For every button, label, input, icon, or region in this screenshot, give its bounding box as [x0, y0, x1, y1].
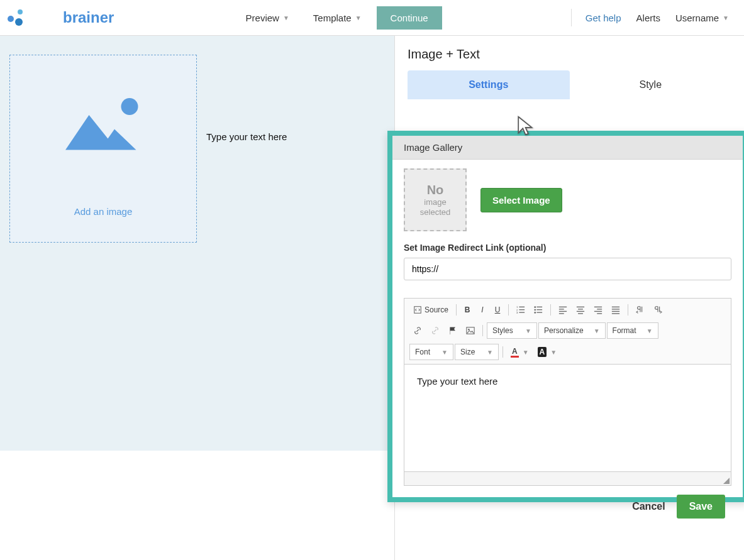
svg-rect-26: [612, 307, 619, 307]
source-button[interactable]: Source: [409, 302, 452, 317]
text-placeholder[interactable]: Type your text here: [206, 131, 287, 142]
svg-point-8: [534, 306, 536, 308]
anchor-button[interactable]: [445, 323, 461, 338]
svg-rect-19: [578, 309, 583, 309]
svg-point-12: [534, 312, 536, 314]
ordered-list-button[interactable]: 123: [513, 302, 529, 317]
username-dropdown[interactable]: Username ▼: [668, 8, 736, 28]
separator: [628, 304, 628, 316]
chevron-down-icon: ▼: [487, 349, 493, 356]
template-dropdown[interactable]: Template ▼: [304, 8, 370, 28]
divider: [571, 9, 572, 26]
svg-rect-5: [519, 309, 525, 310]
text-color-button[interactable]: A▼: [507, 344, 533, 360]
styles-dropdown[interactable]: Styles▼: [487, 322, 537, 339]
chevron-down-icon: ▼: [355, 14, 362, 21]
bg-color-icon: A: [538, 347, 547, 357]
select-image-button[interactable]: Select Image: [480, 188, 562, 212]
editor-footer: [404, 471, 731, 485]
tab-style[interactable]: Style: [570, 70, 732, 99]
unordered-list-icon: [534, 305, 543, 314]
canvas-area: Add an image Type your text here: [0, 36, 394, 451]
svg-rect-21: [578, 313, 583, 314]
flag-icon: [448, 326, 457, 335]
align-left-button[interactable]: [555, 302, 571, 317]
username-label: Username: [675, 13, 719, 23]
personalize-label: Personalize: [544, 326, 584, 335]
svg-rect-14: [559, 307, 567, 307]
logo-text-brainer: brainer: [63, 9, 114, 26]
format-label: Format: [613, 326, 636, 335]
svg-rect-27: [612, 309, 619, 309]
chevron-down-icon: ▼: [550, 349, 557, 356]
cancel-button[interactable]: Cancel: [632, 501, 665, 512]
underline-button[interactable]: U: [491, 302, 504, 317]
rich-text-editor: Source B I U 123: [404, 298, 731, 486]
align-right-button[interactable]: [590, 302, 606, 317]
editor-body[interactable]: Type your text here: [404, 365, 731, 471]
unordered-list-button[interactable]: [530, 302, 547, 317]
panel-title: Image + Text: [395, 47, 744, 70]
svg-point-0: [121, 98, 138, 115]
size-label: Size: [460, 348, 475, 356]
styles-label: Styles: [492, 326, 513, 335]
separator: [502, 346, 503, 358]
image-placeholder-icon: [10, 55, 196, 194]
svg-rect-3: [519, 307, 525, 307]
svg-point-31: [468, 329, 470, 331]
personalize-dropdown[interactable]: Personalize▼: [538, 322, 606, 339]
rtl-button[interactable]: [650, 302, 666, 317]
bg-color-button[interactable]: A▼: [534, 344, 561, 360]
font-label: Font: [415, 348, 430, 356]
chevron-down-icon: ▼: [283, 14, 289, 21]
align-center-button[interactable]: [572, 302, 589, 317]
get-help-link[interactable]: Get help: [578, 8, 629, 28]
image-select-row: No image selected Select Image: [404, 168, 731, 231]
unlink-button[interactable]: [427, 323, 443, 338]
font-dropdown[interactable]: Font▼: [409, 344, 453, 360]
align-center-icon: [576, 305, 585, 314]
chevron-down-icon: ▼: [723, 14, 729, 21]
bold-button[interactable]: B: [460, 302, 474, 317]
chevron-down-icon: ▼: [594, 327, 600, 334]
ordered-list-icon: 123: [516, 305, 525, 314]
format-dropdown[interactable]: Format▼: [607, 322, 658, 339]
image-gallery-header: Image Gallery: [392, 136, 743, 160]
no-image-no: No: [427, 183, 444, 197]
text-color-icon: A: [511, 347, 519, 358]
source-icon: [413, 305, 422, 314]
link-button[interactable]: [409, 323, 426, 338]
tab-settings[interactable]: Settings: [408, 70, 570, 99]
svg-rect-11: [536, 309, 542, 310]
image-button[interactable]: [462, 323, 479, 338]
size-dropdown[interactable]: Size▼: [455, 344, 499, 360]
svg-rect-23: [597, 309, 602, 309]
align-left-icon: [558, 305, 567, 314]
svg-rect-22: [594, 307, 602, 307]
ltr-icon: [636, 305, 645, 314]
preview-dropdown[interactable]: Preview ▼: [237, 8, 298, 28]
logo-icon: [8, 9, 24, 26]
nav-center: Preview ▼ Template ▼ Continue: [237, 6, 442, 30]
image-text-widget[interactable]: Add an image: [9, 55, 197, 243]
continue-button[interactable]: Continue: [377, 6, 442, 30]
no-image-placeholder: No image selected: [404, 168, 467, 231]
rtl-icon: [653, 305, 662, 314]
save-button[interactable]: Save: [677, 495, 725, 519]
chevron-down-icon: ▼: [523, 349, 529, 356]
resize-handle[interactable]: [722, 476, 730, 484]
ltr-button[interactable]: [632, 302, 648, 317]
align-justify-button[interactable]: [608, 302, 624, 317]
svg-rect-28: [612, 311, 619, 312]
svg-rect-18: [577, 307, 584, 307]
svg-rect-17: [559, 313, 564, 314]
app-header: mainbrainer Preview ▼ Template ▼ Continu…: [0, 0, 744, 36]
main-content: Add an image Type your text here Image +…: [0, 36, 744, 560]
redirect-link-input[interactable]: [404, 258, 731, 280]
italic-button[interactable]: I: [475, 302, 489, 317]
editor-toolbar: Source B I U 123: [404, 299, 731, 365]
image-icon: [466, 326, 475, 335]
svg-rect-15: [559, 309, 564, 309]
alerts-link[interactable]: Alerts: [629, 8, 668, 28]
settings-panel: Image + Text Settings Style Image Galler…: [394, 36, 744, 560]
